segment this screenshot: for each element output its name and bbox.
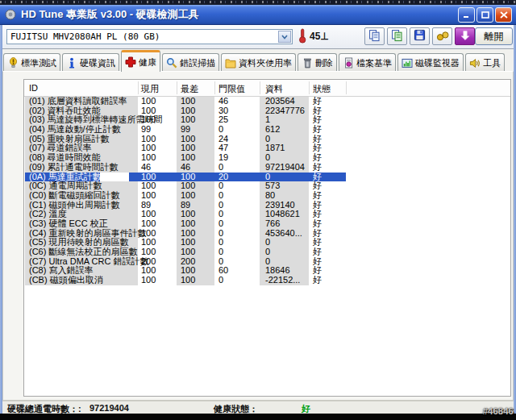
binoculars-button[interactable] [432,27,452,45]
cell-id: (C6) 斷線無法校正的扇區數 [29,247,137,257]
tab-disk-monitor[interactable]: 磁碟監視器 [397,53,464,72]
cell-data: -22152... [265,276,300,285]
temperature-value: 45⊥ [310,31,329,42]
cell-current: 99 [141,125,151,135]
exit-button[interactable]: 離開 [475,27,513,45]
tab-label: 工具 [483,57,501,69]
column-header-5[interactable]: 狀態 [313,83,331,95]
column-header-1[interactable]: 現用 [141,83,159,95]
cell-current: 100 [141,191,156,201]
list-header: ID現用最差門限值資料狀態 [24,80,510,97]
cell-status: 好 [313,276,322,285]
save-button[interactable] [410,27,430,45]
bottom-black-strip [0,414,516,420]
column-separator [260,81,260,94]
tab-label: 刪除 [315,57,333,69]
tab-error-scan[interactable]: 錯誤掃描 [162,53,219,72]
close-button[interactable] [495,7,512,23]
tab-folder-usage[interactable]: 資料夾使用率 [221,53,296,72]
table-row[interactable]: (01) 底層資料讀取錯誤率10010046203564好 [24,97,510,106]
table-row[interactable]: (04) 馬達啟動/停止計數99990612好 [24,125,510,135]
tab-label: 資料夾使用率 [239,57,292,69]
table-row[interactable]: (09) 累計通電時間計數4646097219404好 [24,163,510,173]
table-row[interactable]: (C0) 斷電磁頭縮回計數100100080好 [24,191,510,201]
cell-id: (01) 底層資料讀取錯誤率 [29,97,127,106]
cell-worst: 100 [181,276,195,285]
maximize-button[interactable] [476,7,493,23]
column-separator [214,81,215,94]
disk-monitor-icon [402,57,413,69]
toolbar-buttons [364,27,475,45]
tab-label: 檔案基準 [356,57,392,69]
window-title: HD Tune 專業版 v3.00 - 硬碟檢測工具 [21,7,458,22]
selection-gap [100,173,129,182]
cell-data: 612 [265,125,280,135]
column-separator [346,81,347,94]
column-header-0[interactable]: ID [29,83,38,93]
tab-label: 硬碟資訊 [80,57,115,69]
power-on-hours-value: 97219404 [89,403,129,413]
minimize-button[interactable] [458,7,475,23]
cell-status: 好 [313,191,322,201]
tab-label: 標準測試 [21,57,56,69]
cell-worst: 100 [181,219,195,229]
combo-dropdown-arrow-icon[interactable] [278,31,291,43]
watermark: #46846 [483,406,514,416]
copy-button[interactable] [364,27,385,45]
table-row[interactable]: (C3) 硬體 ECC 校正1001000766好 [24,219,510,229]
tab-label: 錯誤掃描 [180,57,215,69]
health-cross-icon [125,56,136,68]
cell-threshold: 0 [218,219,223,229]
table-row[interactable]: (CB) 磁頭偏出取消1001000-22152...好 [24,276,510,285]
cell-data: 766 [265,219,280,229]
status-bar: 硬碟總通電時數：: 97219404 健康狀態： 好 [2,401,514,414]
drive-select-value: FUJITSU MHV2080AH PL (80 GB) [7,30,292,44]
cell-data: 80 [265,191,275,201]
copy-image-button[interactable] [387,27,407,45]
cell-status: 好 [313,125,322,135]
list-rows: (01) 底層資料讀取錯誤率10010046203564好(02) 資料吞吐效能… [24,97,510,285]
copy-pages-green-icon [391,29,403,44]
close-icon [500,11,508,19]
table-row[interactable]: (C6) 斷線無法校正的扇區數10010000好 [24,247,510,257]
cell-status: 好 [313,163,322,173]
magnifier-icon [166,57,177,69]
column-separator [138,81,139,94]
cell-current: 100 [141,276,156,285]
cell-threshold: 0 [218,163,223,173]
cell-worst: 46 [181,163,190,173]
tab-label: 磁碟監視器 [415,57,460,69]
cell-current: 100 [141,97,156,106]
tab-tools[interactable]: 工具 [465,53,505,72]
cell-id: (C0) 斷電磁頭縮回計數 [29,191,119,201]
column-header-2[interactable]: 最差 [181,83,198,95]
column-separator [177,81,177,94]
hd-tune-window: HD Tune 專業版 v3.00 - 硬碟檢測工具 FUJITSU MHV20… [0,0,516,420]
tab-health[interactable]: 健康 [121,50,160,72]
minimize-icon [463,11,471,19]
tab-erase[interactable]: 刪除 [298,53,337,72]
cell-id: (09) 累計通電時間計數 [29,163,119,173]
cell-data: 97219404 [265,163,305,173]
cell-threshold: 0 [218,276,223,285]
info-icon [66,57,77,69]
cell-data: 203564 [265,97,295,106]
app-icon[interactable] [4,8,17,21]
window-controls [458,7,512,23]
tab-file-benchmark[interactable]: 檔案基準 [339,53,396,72]
column-header-4[interactable]: 資料 [265,83,283,95]
cell-current: 100 [141,219,156,229]
column-header-3[interactable]: 門限值 [218,83,245,95]
copy-pages-icon [368,29,381,44]
binoculars-icon [436,30,449,44]
tab-standard-test[interactable]: 標準測試 [3,53,60,72]
cell-threshold: 0 [218,125,223,135]
cell-threshold: 0 [218,247,223,257]
cell-threshold: 46 [218,97,228,106]
speaker-icon [469,57,481,69]
tab-disk-info[interactable]: 硬碟資訊 [62,53,119,72]
folder-icon [225,57,236,69]
drive-select[interactable]: FUJITSU MHV2080AH PL (80 GB) [6,29,293,44]
update-button[interactable] [455,27,475,45]
window-body: FUJITSU MHV2080AH PL (80 GB) 45⊥ 離開 標準測試… [0,25,516,414]
